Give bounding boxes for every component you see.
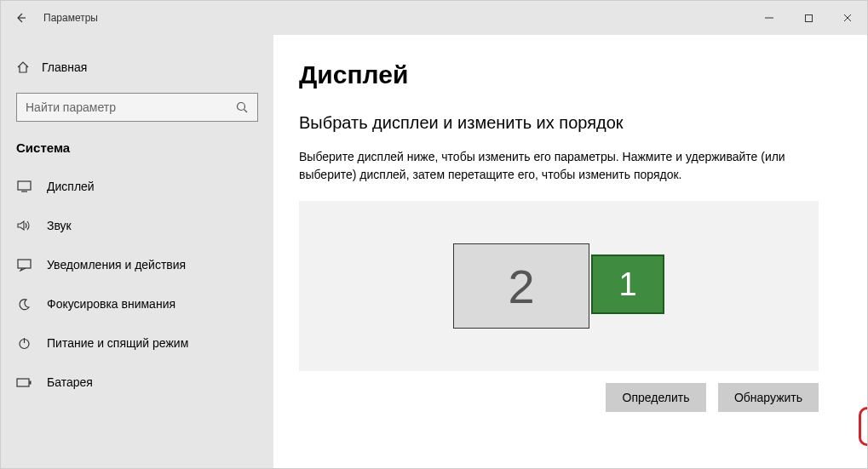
nav-list: Дисплей Звук Уведомления и действия Фоку… — [1, 167, 273, 402]
monitor-1[interactable]: 1 — [591, 255, 664, 314]
svg-point-4 — [238, 102, 245, 110]
sidebar-item-battery[interactable]: Батарея — [1, 363, 273, 402]
power-icon — [16, 335, 32, 351]
sidebar-item-label: Уведомления и действия — [47, 258, 186, 272]
arrow-left-icon — [14, 11, 27, 25]
sidebar-item-display[interactable]: Дисплей — [1, 167, 273, 206]
window-title: Параметры — [40, 12, 98, 24]
sidebar-item-power[interactable]: Питание и спящий режим — [1, 323, 273, 363]
svg-rect-8 — [18, 260, 31, 268]
svg-line-5 — [244, 109, 248, 112]
search-field[interactable] — [26, 100, 236, 114]
back-button[interactable] — [1, 1, 40, 35]
detect-button[interactable]: Обнаружить — [718, 383, 819, 412]
sidebar-item-label: Батарея — [47, 375, 93, 389]
notifications-icon — [16, 257, 32, 272]
main-content: Дисплей Выбрать дисплеи и изменить их по… — [273, 35, 867, 468]
sidebar-item-label: Питание и спящий режим — [47, 336, 188, 350]
svg-rect-11 — [17, 379, 29, 386]
sidebar-item-notifications[interactable]: Уведомления и действия — [1, 245, 273, 284]
sound-icon — [16, 218, 32, 233]
home-label: Главная — [42, 60, 87, 74]
sidebar-item-label: Звук — [47, 219, 72, 232]
button-row: Определить Обнаружить — [299, 383, 819, 412]
monitor-label: 2 — [508, 259, 534, 314]
close-button[interactable] — [828, 1, 867, 35]
sidebar-item-label: Фокусировка внимания — [47, 297, 175, 311]
window-controls — [750, 1, 867, 35]
page-description: Выберите дисплей ниже, чтобы изменить ег… — [299, 148, 810, 184]
home-icon — [16, 60, 30, 74]
sidebar: Главная Система Дисплей Зв — [1, 35, 273, 468]
highlight-annotation — [859, 407, 868, 446]
identify-button[interactable]: Определить — [606, 383, 706, 412]
svg-rect-6 — [18, 181, 31, 190]
svg-rect-1 — [805, 14, 812, 21]
battery-icon — [16, 375, 32, 390]
display-icon — [16, 179, 32, 194]
section-title: Система — [1, 134, 273, 167]
sidebar-item-focus[interactable]: Фокусировка внимания — [1, 284, 273, 323]
page-subtitle: Выбрать дисплеи и изменить их порядок — [299, 113, 842, 133]
monitor-label: 1 — [618, 266, 636, 303]
home-link[interactable]: Главная — [1, 50, 273, 84]
sidebar-item-sound[interactable]: Звук — [1, 206, 273, 245]
svg-rect-12 — [30, 380, 32, 384]
moon-icon — [16, 296, 32, 312]
search-input[interactable] — [16, 93, 258, 122]
page-title: Дисплей — [299, 60, 842, 89]
monitor-2[interactable]: 2 — [453, 243, 589, 329]
maximize-button[interactable] — [789, 1, 828, 35]
titlebar: Параметры — [1, 1, 867, 35]
monitor-area: 2 1 — [299, 201, 819, 371]
search-icon — [236, 101, 249, 114]
minimize-button[interactable] — [750, 1, 789, 35]
sidebar-item-label: Дисплей — [47, 180, 95, 193]
